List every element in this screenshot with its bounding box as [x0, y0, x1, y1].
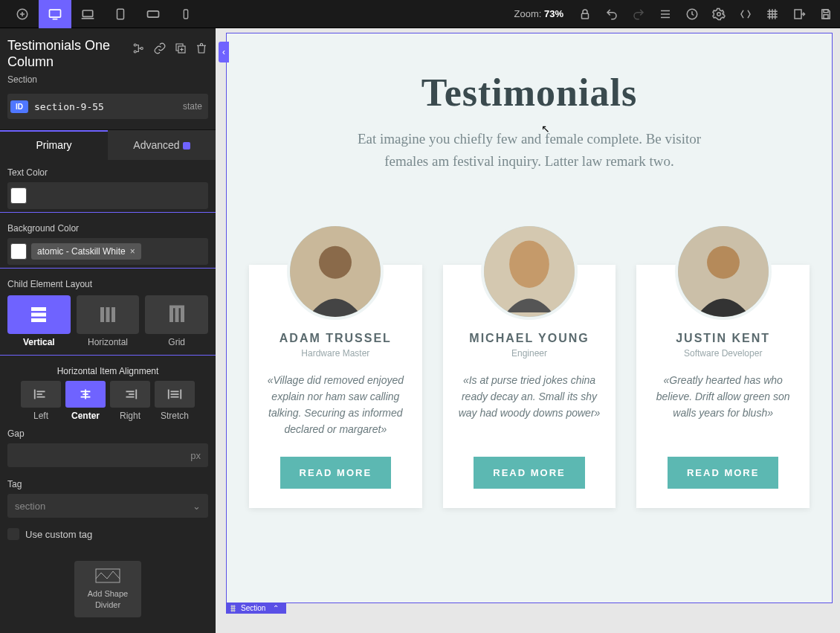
page-heading[interactable]: Testimonials — [249, 71, 810, 115]
testimonial-name[interactable]: ADAM TRUSSEL — [261, 332, 410, 345]
redo-icon[interactable] — [630, 6, 647, 22]
id-value: section-9-55 — [34, 101, 177, 112]
svg-rect-5 — [83, 10, 92, 16]
element-type-label: Section — [0, 74, 216, 91]
custom-tag-label: Use custom tag — [25, 529, 92, 540]
svg-point-65 — [231, 605, 233, 607]
add-element-button[interactable] — [6, 0, 39, 28]
duplicate-icon[interactable] — [174, 42, 187, 57]
svg-point-66 — [231, 608, 233, 609]
svg-point-70 — [233, 610, 235, 611]
bg-color-swatch[interactable] — [10, 243, 27, 260]
remove-chip-icon[interactable]: × — [130, 246, 135, 257]
testimonial-name[interactable]: MICHAEL YOUNG — [455, 332, 604, 345]
tab-advanced[interactable]: Advanced — [108, 130, 216, 160]
svg-rect-39 — [181, 307, 184, 322]
gap-input[interactable]: px — [7, 443, 208, 467]
text-color-input[interactable] — [7, 182, 208, 209]
history-icon[interactable] — [684, 6, 700, 22]
testimonial-quote[interactable]: «Is at purse tried jokes china ready dec… — [455, 372, 604, 437]
svg-point-69 — [233, 608, 235, 609]
settings-icon[interactable] — [711, 6, 727, 22]
testimonial-card[interactable]: MICHAEL YOUNG Engineer «Is at purse trie… — [443, 265, 616, 508]
design-canvas[interactable]: Testimonials Eat imagine you chiefly few… — [226, 33, 833, 603]
svg-point-27 — [140, 48, 143, 50]
svg-rect-3 — [50, 10, 61, 17]
tag-select[interactable]: section ⌄ — [7, 494, 208, 518]
panel-structure-icon[interactable] — [657, 6, 673, 22]
align-left[interactable]: Left — [21, 381, 61, 421]
page-subheading[interactable]: Eat imagine you chiefly few and female c… — [336, 128, 723, 173]
read-more-button[interactable]: READ MORE — [668, 457, 778, 489]
zoom-indicator[interactable]: Zoom: 73% — [514, 8, 564, 19]
viewport-desktop-button[interactable] — [39, 0, 71, 28]
svg-point-64 — [707, 246, 740, 279]
delete-icon[interactable] — [195, 42, 208, 57]
mouse-cursor-icon: ↖ — [541, 123, 550, 135]
gap-label: Gap — [7, 428, 208, 439]
state-label[interactable]: state — [183, 101, 202, 112]
testimonial-role[interactable]: Engineer — [455, 348, 604, 359]
undo-icon[interactable] — [604, 6, 620, 22]
text-color-swatch[interactable] — [10, 187, 27, 204]
id-field[interactable]: ID section-9-55 state — [7, 94, 208, 119]
svg-rect-10 — [582, 13, 589, 19]
testimonial-role[interactable]: Software Developer — [648, 348, 798, 359]
bg-color-input[interactable]: atomic - Catskill White× — [7, 238, 208, 265]
testimonial-quote[interactable]: «Greatly hearted has who believe. Drift … — [648, 372, 798, 437]
layout-vertical[interactable]: Vertical — [7, 295, 71, 347]
viewport-tablet-landscape-button[interactable] — [137, 0, 169, 28]
read-more-button[interactable]: READ MORE — [280, 457, 391, 489]
read-more-button[interactable]: READ MORE — [474, 457, 584, 489]
advanced-indicator-icon — [183, 142, 190, 150]
testimonial-card[interactable]: ADAM TRUSSEL Hardware Master «Village di… — [249, 265, 422, 508]
export-icon[interactable] — [791, 6, 807, 22]
properties-panel: Testimonials One Column Section ID secti… — [0, 28, 216, 633]
tree-icon[interactable] — [132, 42, 146, 57]
bg-color-label: Background Color — [7, 223, 208, 234]
svg-rect-24 — [824, 14, 828, 18]
avatar[interactable] — [287, 223, 384, 320]
grid-icon[interactable] — [764, 6, 781, 22]
link-icon[interactable] — [153, 42, 167, 57]
viewport-laptop-button[interactable] — [71, 0, 104, 28]
viewport-phone-button[interactable] — [169, 0, 202, 28]
svg-point-62 — [509, 241, 549, 288]
add-shape-divider-button[interactable]: Add Shape Divider — [74, 561, 141, 617]
align-stretch[interactable]: Stretch — [155, 381, 195, 421]
testimonial-name[interactable]: JUSTIN KENT — [648, 332, 798, 345]
svg-point-60 — [319, 246, 352, 279]
svg-rect-32 — [31, 313, 46, 317]
testimonial-card[interactable]: JUSTIN KENT Software Developer «Greatly … — [636, 265, 810, 508]
section-selector-tag[interactable]: Section ⌃ — [226, 603, 286, 614]
align-center[interactable]: Center — [65, 381, 106, 421]
svg-rect-7 — [117, 9, 124, 19]
canvas-area: ‹ Testimonials Eat imagine you chiefly f… — [216, 28, 840, 633]
align-right[interactable]: Right — [110, 381, 150, 421]
layout-grid[interactable]: Grid — [145, 295, 208, 347]
tab-primary[interactable]: Primary — [0, 130, 108, 160]
bg-color-chip[interactable]: atomic - Catskill White× — [31, 243, 141, 260]
code-icon[interactable] — [737, 6, 754, 22]
id-badge: ID — [10, 100, 28, 113]
collapse-panel-toggle[interactable]: ‹ — [219, 42, 229, 62]
avatar[interactable] — [675, 223, 772, 320]
svg-rect-8 — [148, 10, 159, 16]
avatar[interactable] — [481, 223, 578, 320]
child-layout-label: Child Element Layout — [7, 279, 208, 289]
chevron-down-icon: ⌄ — [193, 501, 201, 512]
save-icon[interactable] — [818, 6, 834, 22]
testimonial-role[interactable]: Hardware Master — [261, 348, 410, 359]
svg-point-25 — [134, 44, 136, 46]
viewport-tablet-button[interactable] — [104, 0, 137, 28]
tag-label: Tag — [7, 479, 208, 489]
svg-rect-36 — [112, 307, 115, 322]
layout-horizontal[interactable]: Horizontal — [77, 295, 140, 347]
custom-tag-checkbox[interactable] — [7, 528, 19, 540]
top-toolbar: Zoom: 73% — [0, 0, 840, 28]
testimonial-quote[interactable]: «Village did removed enjoyed explain nor… — [261, 372, 410, 437]
svg-rect-31 — [31, 307, 46, 311]
lock-icon[interactable] — [577, 6, 593, 22]
svg-point-68 — [233, 605, 235, 607]
svg-rect-35 — [106, 307, 110, 322]
